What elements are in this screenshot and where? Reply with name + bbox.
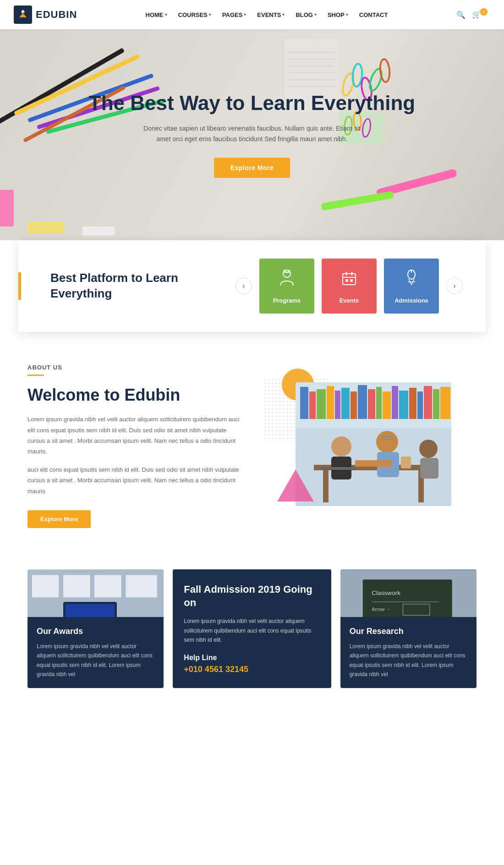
programs-icon: [277, 268, 297, 292]
cart-icon-wrapper[interactable]: 🛒 0: [472, 10, 490, 19]
svg-point-2: [22, 10, 24, 13]
svg-rect-32: [343, 274, 356, 285]
brand-name: EDUBIN: [36, 9, 77, 21]
nav-courses[interactable]: COURSES ▾: [178, 11, 211, 18]
events-icon: [339, 268, 359, 292]
svg-point-72: [419, 440, 438, 458]
cart-icon: 🛒: [472, 11, 481, 18]
nav-shop[interactable]: SHOP ▾: [328, 11, 348, 18]
research-title: Our Research: [350, 626, 467, 637]
cart-count: 0: [480, 8, 488, 16]
svg-rect-52: [368, 389, 375, 419]
programs-label: Programs: [273, 297, 301, 304]
logo-icon: [14, 6, 32, 24]
svg-rect-44: [300, 387, 308, 419]
about-explore-button[interactable]: Explore More: [27, 510, 91, 528]
svg-point-66: [331, 436, 351, 457]
about-section: About Us Welcome to Edubin Lorem ipsum g…: [0, 332, 504, 551]
nav-action-icons: 🔍 🛒 0: [456, 10, 490, 19]
svg-rect-27: [27, 222, 64, 233]
logo[interactable]: EDUBIN: [14, 6, 77, 24]
next-arrow-button[interactable]: ›: [446, 278, 463, 294]
svg-rect-61: [440, 387, 450, 419]
features-card: Best Platform to Learn Everything ‹ Prog…: [18, 240, 486, 332]
svg-rect-28: [82, 226, 115, 236]
hero-content: The Best Way to Learn Everything Donec v…: [80, 64, 424, 205]
admissions-icon: [401, 268, 422, 292]
svg-rect-58: [417, 391, 423, 419]
helpline-block: Help Line +010 4561 32145: [184, 654, 320, 674]
svg-rect-49: [341, 388, 350, 419]
left-accent-bar: [18, 272, 21, 300]
admission-text: Lorem ipsum gravida nibh vel velit aucto…: [184, 617, 320, 645]
awards-card: Our Awards Lorem ipsum gravida nibh vel …: [27, 569, 164, 688]
chevron-down-icon: ▾: [165, 12, 167, 17]
about-right: [263, 364, 477, 506]
awards-text: Lorem ipsum gravida nibh vel velit aucto…: [37, 642, 154, 679]
svg-rect-81: [126, 575, 157, 597]
explore-more-button[interactable]: Explore More: [214, 158, 290, 178]
feature-card-events[interactable]: Events: [322, 259, 377, 314]
research-text: Lorem ipsum gravida nibh vel velit aucto…: [350, 642, 467, 679]
svg-rect-47: [327, 386, 334, 419]
svg-rect-57: [409, 388, 416, 419]
nav-events[interactable]: EVENTS ▾: [257, 11, 285, 18]
about-left: About Us Welcome to Edubin Lorem ipsum g…: [27, 364, 241, 528]
svg-rect-56: [399, 391, 408, 419]
hero-subtitle: Donec vitae sapien ut libearo venenatis …: [142, 123, 362, 145]
cards-section: Our Awards Lorem ipsum gravida nibh vel …: [0, 551, 504, 716]
svg-rect-60: [433, 389, 439, 419]
feature-card-programs[interactable]: Programs: [259, 259, 314, 314]
chevron-down-icon: ▾: [282, 12, 285, 17]
library-scene-svg: [296, 382, 451, 506]
feature-cards-row: Programs Events: [259, 259, 439, 314]
admission-title: Fall Admission 2019 Going on: [184, 583, 320, 609]
about-text-2: auci elit cons equat ipsutis sem nibh id…: [27, 464, 241, 496]
svg-rect-48: [335, 391, 340, 419]
svg-rect-50: [351, 391, 357, 419]
feature-card-admissions[interactable]: Admissions: [384, 259, 439, 314]
svg-rect-54: [383, 391, 391, 419]
svg-rect-73: [420, 458, 438, 479]
helpline-number: +010 4561 32145: [184, 665, 320, 674]
hero-title: The Best Way to Learn Everything: [89, 92, 415, 115]
research-card: Classwork Arrow →: [340, 569, 477, 688]
awards-title: Our Awards: [37, 626, 154, 637]
svg-rect-45: [309, 391, 316, 419]
navbar: EDUBIN HOME ▾ COURSES ▾ PAGES ▾ EVENTS ▾…: [0, 0, 504, 29]
nav-links: HOME ▾ COURSES ▾ PAGES ▾ EVENTS ▾ BLOG ▾…: [146, 11, 388, 18]
prev-arrow-button[interactable]: ‹: [236, 278, 252, 294]
svg-rect-46: [317, 389, 326, 419]
hero-section: The Best Way to Learn Everything Donec v…: [0, 29, 504, 240]
section-divider: [27, 375, 44, 376]
svg-text:Classwork: Classwork: [372, 590, 400, 596]
admission-card: Fall Admission 2019 Going on Lorem ipsum…: [173, 569, 331, 688]
svg-rect-74: [355, 460, 392, 467]
svg-rect-64: [323, 470, 329, 502]
nav-pages[interactable]: PAGES ▾: [222, 11, 247, 18]
features-nav: ‹ Programs: [236, 259, 463, 314]
admissions-label: Admissions: [394, 297, 428, 304]
svg-rect-29: [0, 190, 14, 226]
features-title: Best Platform to Learn Everything: [41, 270, 217, 302]
research-overlay: Our Research Lorem ipsum gravida nibh ve…: [340, 617, 477, 688]
about-image: [296, 382, 451, 506]
about-text-1: Lorem ipsum gravida nibh vel velit aucto…: [27, 414, 241, 457]
events-label: Events: [340, 297, 359, 304]
awards-overlay: Our Awards Lorem ipsum gravida nibh vel …: [27, 617, 164, 688]
svg-point-69: [376, 431, 398, 453]
svg-rect-80: [94, 575, 121, 597]
chevron-down-icon: ▾: [244, 12, 246, 17]
nav-contact[interactable]: CONTACT: [359, 11, 388, 18]
svg-rect-36: [345, 279, 348, 282]
chevron-down-icon: ▾: [314, 12, 317, 17]
svg-rect-51: [358, 385, 367, 419]
admission-card-content: Fall Admission 2019 Going on Lorem ipsum…: [184, 583, 320, 654]
chevron-down-icon: ▾: [209, 12, 211, 17]
triangle-decoration: [277, 469, 314, 501]
nav-blog[interactable]: BLOG ▾: [296, 11, 317, 18]
about-section-label: About Us: [27, 364, 241, 371]
nav-home[interactable]: HOME ▾: [146, 11, 167, 18]
svg-rect-75: [401, 457, 411, 468]
search-icon[interactable]: 🔍: [456, 11, 466, 19]
